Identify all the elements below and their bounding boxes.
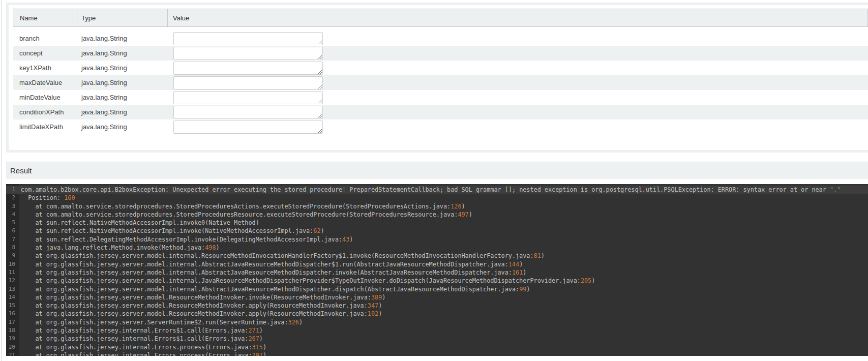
parameters-table-header: Name Type Value xyxy=(13,9,868,27)
table-row: conceptjava.lang.String xyxy=(13,46,868,61)
line-number: 21 xyxy=(6,351,19,356)
parameters-table-body: branchjava.lang.Stringconceptjava.lang.S… xyxy=(13,31,868,134)
value-textarea-key1XPath[interactable] xyxy=(173,62,323,75)
line-text: at org.glassfish.jersey.server.model.int… xyxy=(19,252,868,260)
line-text: at sun.reflect.NativeMethodAccessorImpl.… xyxy=(19,227,868,235)
line-number: 1 xyxy=(6,186,19,194)
line-text: at org.glassfish.jersey.server.model.int… xyxy=(19,285,868,293)
column-header-type: Type xyxy=(77,9,168,26)
line-number: 4 xyxy=(6,210,19,219)
table-row: maxDateValuejava.lang.String xyxy=(13,75,868,90)
line-text: at sun.reflect.NativeMethodAccessorImpl.… xyxy=(19,219,868,227)
line-number: 19 xyxy=(6,335,19,343)
line-text: at org.glassfish.jersey.internal.Errors.… xyxy=(19,343,868,351)
console-line: 1com.amalto.b2box.core.api.B2boxExceptio… xyxy=(6,186,868,194)
line-number: 17 xyxy=(6,318,19,326)
line-number: 16 xyxy=(6,310,19,318)
line-text: at org.glassfish.jersey.server.model.int… xyxy=(19,277,868,285)
value-textarea-minDateValue[interactable] xyxy=(173,91,323,104)
console-line: 17 at org.glassfish.jersey.server.Server… xyxy=(6,318,868,326)
line-text: at com.amalto.service.storedprocedures.S… xyxy=(19,210,868,219)
console-line: 9 at org.glassfish.jersey.server.model.i… xyxy=(6,252,868,260)
value-textarea-conditionXPath[interactable] xyxy=(173,106,323,119)
console-line: 7 at sun.reflect.DelegatingMethodAccesso… xyxy=(6,235,868,244)
console-line: 8 at java.lang.reflect.Method.invoke(Met… xyxy=(6,244,868,252)
param-name: concept xyxy=(13,49,81,57)
param-name: limitDateXPath xyxy=(13,123,81,131)
line-text: at org.glassfish.jersey.server.model.Res… xyxy=(19,293,868,302)
line-number: 5 xyxy=(6,219,19,227)
line-number: 6 xyxy=(6,227,19,235)
table-row: minDateValuejava.lang.String xyxy=(13,90,868,105)
parameters-panel: Name Type Value branchjava.lang.Stringco… xyxy=(6,3,868,153)
console-line: 5 at sun.reflect.NativeMethodAccessorImp… xyxy=(6,219,868,227)
param-type: java.lang.String xyxy=(81,49,173,57)
line-number: 7 xyxy=(6,235,19,244)
value-textarea-maxDateValue[interactable] xyxy=(173,76,323,89)
column-header-name: Name xyxy=(13,9,77,26)
line-text: Position: 160 xyxy=(19,194,868,202)
line-text: at org.glassfish.jersey.server.ServerRun… xyxy=(19,318,868,326)
param-name: key1XPath xyxy=(13,64,81,72)
line-number: 8 xyxy=(6,244,19,252)
param-name: conditionXPath xyxy=(13,108,81,116)
param-type: java.lang.String xyxy=(81,108,173,116)
result-console[interactable]: 1com.amalto.b2box.core.api.B2boxExceptio… xyxy=(6,184,868,356)
console-line: 6 at sun.reflect.NativeMethodAccessorImp… xyxy=(6,227,868,235)
result-section-header: Result xyxy=(6,162,868,179)
param-type: java.lang.String xyxy=(81,35,173,42)
table-row: conditionXPathjava.lang.String xyxy=(13,105,868,119)
line-number: 18 xyxy=(6,326,19,335)
param-type: java.lang.String xyxy=(81,94,173,101)
console-line: 3 at com.amalto.service.storedprocedures… xyxy=(6,202,868,210)
line-number: 13 xyxy=(6,285,19,293)
parameters-card: Name Type Value branchjava.lang.Stringco… xyxy=(9,5,868,150)
column-header-value: Value xyxy=(168,9,867,26)
value-textarea-concept[interactable] xyxy=(173,47,323,60)
value-textarea-branch[interactable] xyxy=(173,32,323,45)
line-text: at org.glassfish.jersey.server.model.int… xyxy=(19,268,868,277)
line-text: at sun.reflect.DelegatingMethodAccessorI… xyxy=(19,235,868,244)
console-line: 20 at org.glassfish.jersey.internal.Erro… xyxy=(6,343,868,351)
line-number: 14 xyxy=(6,293,19,302)
line-text: at com.amalto.service.storedprocedures.S… xyxy=(19,202,868,210)
line-number: 20 xyxy=(6,343,19,351)
param-type: java.lang.String xyxy=(81,123,173,131)
line-text: com.amalto.b2box.core.api.B2boxException… xyxy=(19,186,868,194)
console-line: 15 at org.glassfish.jersey.server.model.… xyxy=(6,302,868,310)
value-textarea-limitDateXPath[interactable] xyxy=(173,121,323,134)
param-name: maxDateValue xyxy=(13,79,81,86)
line-text: at org.glassfish.jersey.server.model.Res… xyxy=(19,310,868,318)
table-row: limitDateXPathjava.lang.String xyxy=(13,119,868,134)
panel-splitter-line xyxy=(2,0,2,361)
line-number: 9 xyxy=(6,252,19,260)
console-line: 14 at org.glassfish.jersey.server.model.… xyxy=(6,293,868,302)
line-text: at org.glassfish.jersey.internal.Errors$… xyxy=(19,335,868,343)
line-number: 3 xyxy=(6,202,19,210)
line-number: 2 xyxy=(6,194,19,202)
param-type: java.lang.String xyxy=(81,64,173,72)
table-row: key1XPathjava.lang.String xyxy=(13,61,868,75)
line-text: at org.glassfish.jersey.server.model.Res… xyxy=(19,302,868,310)
param-type: java.lang.String xyxy=(81,79,173,86)
console-line: 4 at com.amalto.service.storedprocedures… xyxy=(6,210,868,219)
line-number: 15 xyxy=(6,302,19,310)
console-line: 19 at org.glassfish.jersey.internal.Erro… xyxy=(6,335,868,343)
console-line: 18 at org.glassfish.jersey.internal.Erro… xyxy=(6,326,868,335)
console-line: 10 at org.glassfish.jersey.server.model.… xyxy=(6,260,868,268)
console-line: 12 at org.glassfish.jersey.server.model.… xyxy=(6,277,868,285)
param-name: minDateValue xyxy=(13,94,81,101)
line-number: 11 xyxy=(6,268,19,277)
console-line: 21 at org.glassfish.jersey.internal.Erro… xyxy=(6,351,868,356)
table-row: branchjava.lang.String xyxy=(13,31,868,46)
console-line: 11 at org.glassfish.jersey.server.model.… xyxy=(6,268,868,277)
param-name: branch xyxy=(13,35,81,42)
line-text: at org.glassfish.jersey.internal.Errors$… xyxy=(19,326,868,335)
console-line: 16 at org.glassfish.jersey.server.model.… xyxy=(6,310,868,318)
console-line: 2 Position: 160 xyxy=(6,194,868,202)
result-title: Result xyxy=(10,166,32,175)
console-line: 13 at org.glassfish.jersey.server.model.… xyxy=(6,285,868,293)
line-number: 12 xyxy=(6,277,19,285)
line-text: at org.glassfish.jersey.internal.Errors.… xyxy=(19,351,868,356)
line-number: 10 xyxy=(6,260,19,268)
